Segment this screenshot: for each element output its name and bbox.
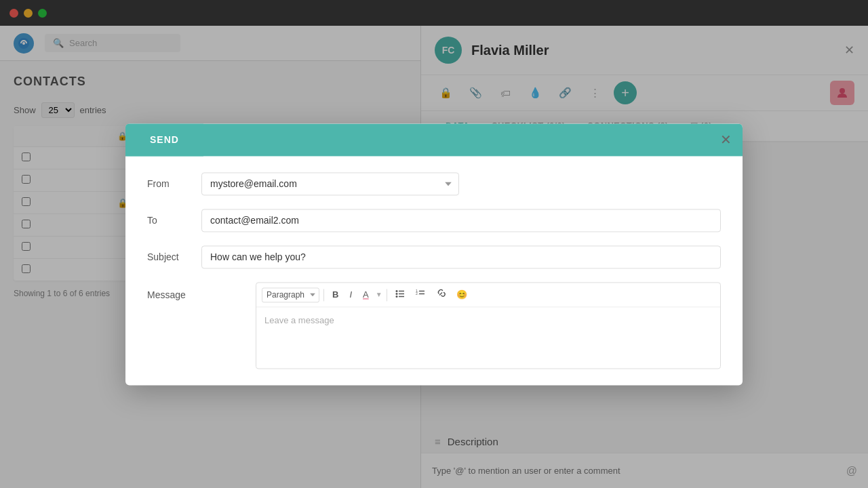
paragraph-select[interactable]: Paragraph: [262, 287, 319, 302]
svg-point-5: [395, 293, 397, 295]
message-label: Message: [147, 289, 186, 300]
to-label: To: [147, 215, 201, 226]
numbered-list-button[interactable]: 1.2.: [412, 287, 429, 302]
from-row: From mystore@email.com: [147, 172, 721, 195]
modal-header: SEND ✕: [125, 123, 743, 156]
message-area[interactable]: Leave a message: [256, 307, 720, 368]
text-color-button[interactable]: A: [359, 287, 373, 302]
subject-row: Subject: [147, 245, 721, 268]
bold-button[interactable]: B: [328, 287, 342, 302]
from-label: From: [147, 178, 201, 189]
editor-toolbar: Paragraph B I A ▼ 1.2.: [256, 283, 720, 307]
subject-input[interactable]: [201, 245, 721, 268]
message-row: Message Paragraph B I A ▼: [147, 282, 721, 369]
italic-button[interactable]: I: [345, 287, 356, 302]
link-button[interactable]: [432, 287, 450, 302]
subject-label: Subject: [147, 251, 201, 262]
to-row: To: [147, 209, 721, 232]
from-select[interactable]: mystore@email.com: [201, 172, 459, 195]
divider: [323, 289, 324, 301]
message-placeholder: Leave a message: [264, 315, 334, 325]
modal-body: From mystore@email.com To Subject Messag…: [125, 156, 743, 385]
send-button[interactable]: SEND: [125, 123, 203, 156]
divider: [387, 289, 387, 301]
emoji-button[interactable]: 😊: [452, 287, 471, 302]
svg-text:2.: 2.: [416, 291, 418, 296]
send-modal: SEND ✕ From mystore@email.com To Subject…: [125, 123, 743, 385]
to-input[interactable]: [201, 209, 721, 232]
modal-close-button[interactable]: ✕: [709, 125, 743, 155]
message-editor: Paragraph B I A ▼ 1.2.: [256, 282, 721, 369]
color-arrow: ▼: [376, 291, 382, 298]
svg-point-7: [395, 296, 397, 298]
svg-point-3: [395, 290, 397, 292]
bullet-list-button[interactable]: [391, 287, 409, 302]
